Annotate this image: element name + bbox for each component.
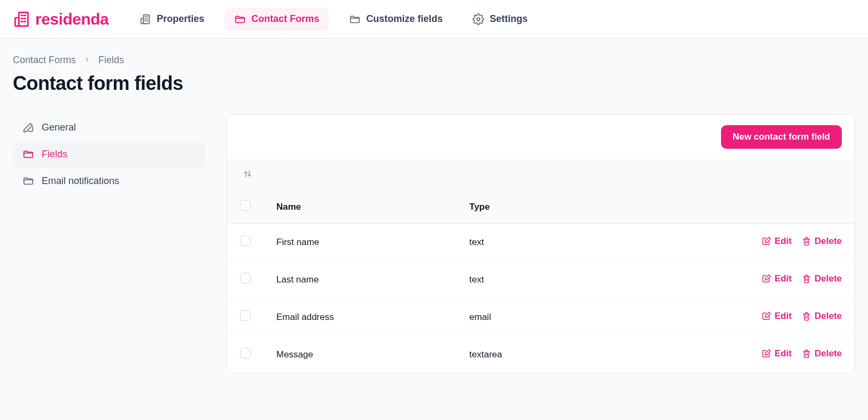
field-name-cell: Message bbox=[264, 336, 456, 373]
table-row: Email address email Edit Delete bbox=[227, 299, 855, 336]
sort-toolbar bbox=[227, 160, 855, 190]
row-checkbox[interactable] bbox=[240, 310, 251, 321]
delete-link[interactable]: Delete bbox=[802, 311, 842, 322]
edit-label: Edit bbox=[774, 311, 792, 322]
nav-label: Properties bbox=[157, 13, 204, 25]
delete-label: Delete bbox=[815, 348, 842, 359]
delete-label: Delete bbox=[815, 236, 842, 247]
nav-contact-forms[interactable]: Contact Forms bbox=[224, 8, 329, 30]
field-type-cell: email bbox=[456, 299, 592, 336]
edit-link[interactable]: Edit bbox=[762, 311, 792, 322]
edit-icon bbox=[762, 236, 771, 246]
sidebar: General Fields Email notifications bbox=[13, 114, 205, 194]
delete-link[interactable]: Delete bbox=[802, 273, 842, 284]
table-row: First name text Edit Delete bbox=[227, 224, 855, 261]
row-checkbox[interactable] bbox=[240, 348, 251, 358]
gear-icon bbox=[472, 13, 484, 25]
breadcrumb: Contact Forms Fields bbox=[13, 55, 855, 66]
nav-properties[interactable]: Properties bbox=[130, 8, 214, 30]
pencil-icon bbox=[22, 121, 34, 133]
edit-link[interactable]: Edit bbox=[762, 236, 792, 247]
field-name-cell: First name bbox=[264, 224, 456, 261]
chevron-right-icon bbox=[83, 55, 91, 66]
field-type-cell: text bbox=[456, 224, 592, 261]
column-header-name[interactable]: Name bbox=[264, 190, 456, 224]
sidebar-item-label: Email notifications bbox=[42, 175, 119, 187]
table-row: Message textarea Edit Delete bbox=[227, 336, 855, 373]
nav-customize-fields[interactable]: Customize fields bbox=[339, 8, 452, 30]
trash-icon bbox=[802, 274, 811, 284]
table-row: Last name text Edit Delete bbox=[227, 261, 855, 299]
folder-icon bbox=[234, 13, 246, 25]
row-checkbox[interactable] bbox=[240, 235, 251, 246]
folder-icon bbox=[22, 148, 34, 160]
field-type-cell: text bbox=[456, 261, 592, 299]
fields-panel: New contact form field Name Type First n… bbox=[227, 114, 855, 373]
breadcrumb-parent[interactable]: Contact Forms bbox=[13, 55, 76, 66]
edit-label: Edit bbox=[774, 348, 792, 359]
brand-logo[interactable]: residenda bbox=[13, 10, 108, 28]
delete-label: Delete bbox=[815, 273, 842, 284]
field-type-cell: textarea bbox=[456, 336, 592, 373]
edit-icon bbox=[762, 311, 771, 321]
nav-label: Settings bbox=[490, 13, 528, 25]
edit-label: Edit bbox=[774, 273, 792, 284]
breadcrumb-current: Fields bbox=[98, 55, 124, 66]
trash-icon bbox=[802, 236, 811, 246]
column-header-type[interactable]: Type bbox=[456, 190, 592, 224]
delete-label: Delete bbox=[815, 311, 842, 322]
nav-label: Contact Forms bbox=[251, 13, 319, 25]
edit-label: Edit bbox=[774, 236, 792, 247]
select-all-checkbox[interactable] bbox=[240, 200, 251, 211]
sidebar-item-general[interactable]: General bbox=[13, 114, 205, 141]
building-icon bbox=[13, 10, 31, 28]
top-navigation: Properties Contact Forms Customize field… bbox=[130, 8, 537, 30]
trash-icon bbox=[802, 349, 811, 358]
sidebar-item-fields[interactable]: Fields bbox=[13, 141, 205, 167]
edit-link[interactable]: Edit bbox=[762, 273, 792, 284]
page-title: Contact form fields bbox=[13, 72, 855, 95]
field-name-cell: Last name bbox=[264, 261, 456, 299]
nav-settings[interactable]: Settings bbox=[463, 8, 537, 30]
sidebar-item-label: Fields bbox=[42, 149, 67, 160]
sidebar-item-label: General bbox=[42, 122, 76, 133]
brand-name: residenda bbox=[35, 10, 108, 28]
delete-link[interactable]: Delete bbox=[802, 236, 842, 247]
fields-table: Name Type First name text Edit Delete La… bbox=[227, 190, 855, 373]
folder-icon bbox=[349, 13, 361, 25]
edit-icon bbox=[762, 274, 771, 284]
edit-link[interactable]: Edit bbox=[762, 348, 792, 359]
delete-link[interactable]: Delete bbox=[802, 348, 842, 359]
field-name-cell: Email address bbox=[264, 299, 456, 336]
sort-icon[interactable] bbox=[242, 169, 253, 179]
folder-icon bbox=[22, 175, 34, 187]
topbar: residenda Properties Contact Forms Custo… bbox=[0, 0, 868, 39]
row-checkbox[interactable] bbox=[240, 273, 251, 284]
trash-icon bbox=[802, 311, 811, 321]
new-contact-form-field-button[interactable]: New contact form field bbox=[721, 125, 842, 149]
sidebar-item-email-notifications[interactable]: Email notifications bbox=[13, 167, 205, 194]
nav-label: Customize fields bbox=[366, 13, 443, 25]
edit-icon bbox=[762, 349, 771, 358]
building-icon bbox=[140, 13, 151, 25]
